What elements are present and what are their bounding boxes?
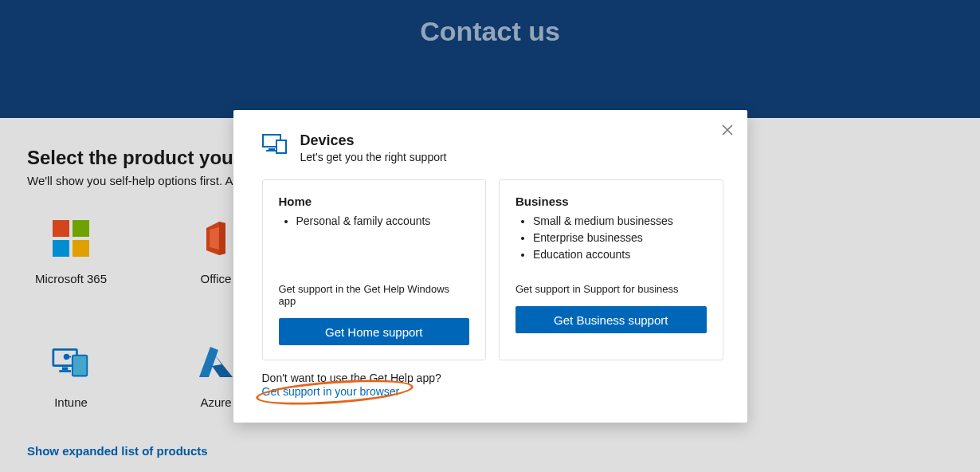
list-item: Enterprise businesses xyxy=(533,230,707,246)
business-card-list: Small & medium businesses Enterprise bus… xyxy=(515,213,707,272)
business-card: Business Small & medium businesses Enter… xyxy=(499,179,723,360)
fallback-row: Don't want to use the Get Help app? Get … xyxy=(262,372,723,399)
home-card-list: Personal & family accounts xyxy=(279,213,470,272)
svg-rect-15 xyxy=(276,140,286,153)
home-card: Home Personal & family accounts Get supp… xyxy=(262,179,487,360)
business-card-hint: Get support in Support for business xyxy=(515,283,707,295)
svg-rect-13 xyxy=(269,148,275,150)
close-button[interactable] xyxy=(722,121,733,139)
devices-modal: Devices Let's get you the right support … xyxy=(233,110,747,423)
get-home-support-button[interactable]: Get Home support xyxy=(279,318,470,345)
modal-header: Devices Let's get you the right support xyxy=(262,132,723,163)
close-icon xyxy=(722,120,733,140)
list-item: Education accounts xyxy=(533,246,707,263)
home-card-title: Home xyxy=(279,195,470,208)
fallback-text: Don't want to use the Get Help app? xyxy=(262,372,723,384)
modal-cards: Home Personal & family accounts Get supp… xyxy=(262,179,723,360)
get-business-support-button[interactable]: Get Business support xyxy=(515,306,707,333)
home-card-hint: Get support in the Get Help Windows app xyxy=(279,283,470,307)
get-support-browser-link[interactable]: Get support in your browser xyxy=(262,385,400,398)
business-card-title: Business xyxy=(515,195,707,208)
modal-title: Devices xyxy=(300,132,447,149)
modal-sub: Let's get you the right support xyxy=(300,151,447,163)
svg-rect-14 xyxy=(266,150,277,151)
modal-overlay: Devices Let's get you the right support … xyxy=(0,0,980,472)
list-item: Small & medium businesses xyxy=(533,213,707,230)
list-item: Personal & family accounts xyxy=(296,213,470,230)
devices-icon xyxy=(262,134,288,156)
